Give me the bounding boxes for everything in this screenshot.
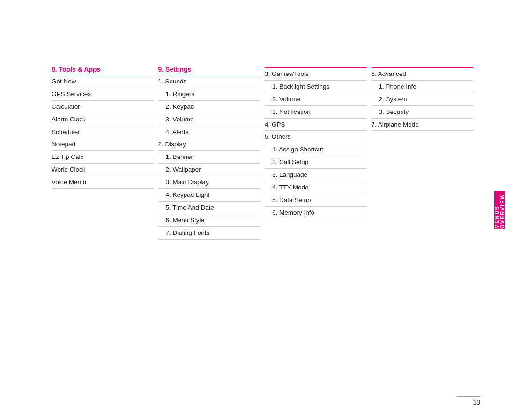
menu-item-games-others-3: 3. Notification (265, 106, 367, 119)
menu-item-settings-7: 2. Wallpaper (158, 164, 260, 176)
menu-item-tools-apps-1: GPS Services (52, 88, 154, 101)
menu-item-settings-2: 2. Keypad (158, 101, 260, 113)
menu-item-advanced-0: 6. Advanced (372, 68, 474, 81)
column-games-others: 3. Games/Tools1. Backlight Settings2. Vo… (265, 66, 372, 219)
menu-item-advanced-3: 3. Security (372, 106, 474, 119)
menu-item-settings-5: 2. Display (158, 138, 260, 151)
menu-item-settings-11: 6. Menu Style (158, 214, 260, 227)
menu-item-settings-3: 3. Volume (158, 113, 260, 126)
menu-item-advanced-4: 7. Airplane Mode (372, 119, 474, 131)
column-header-settings: 9. Settings (158, 66, 260, 75)
menu-item-settings-0: 1. Sounds (158, 75, 260, 88)
menu-item-games-others-8: 3. Language (265, 169, 367, 181)
menu-item-games-others-6: 1. Assign Shortcut (265, 143, 367, 156)
menu-item-advanced-2: 2. System (372, 93, 474, 106)
right-sidebar: MENUS OVERVIEW (493, 0, 506, 420)
menu-item-settings-10: 5. Time And Date (158, 202, 260, 214)
column-advanced: 6. Advanced1. Phone Info2. System3. Secu… (372, 66, 478, 131)
menu-item-tools-apps-3: Alarm Clock (52, 113, 154, 126)
menu-item-tools-apps-8: Voice Memo (52, 176, 154, 189)
column-tools-apps: 8. Tools & AppsGet NewGPS ServicesCalcul… (52, 66, 158, 189)
sidebar-label: MENUS OVERVIEW (494, 191, 505, 229)
menu-item-tools-apps-6: Ez Tip Calc (52, 151, 154, 164)
column-header-tools-apps: 8. Tools & Apps (52, 66, 154, 75)
menu-item-tools-apps-4: Scheduler (52, 126, 154, 139)
menu-item-tools-apps-2: Calculator (52, 101, 154, 113)
menu-item-games-others-4: 4. GPS (265, 119, 367, 131)
menu-item-games-others-7: 2. Call Setup (265, 156, 367, 169)
menu-item-games-others-5: 5. Others (265, 131, 367, 143)
column-settings: 9. Settings1. Sounds1. Ringers2. Keypad3… (158, 66, 265, 240)
menu-item-tools-apps-0: Get New (52, 75, 154, 88)
page-content: 8. Tools & AppsGet NewGPS ServicesCalcul… (52, 66, 478, 392)
menu-item-games-others-9: 4. TTY Mode (265, 181, 367, 194)
menu-item-settings-12: 7. Dialing Fonts (158, 227, 260, 240)
page-number: 13 (457, 398, 480, 406)
menu-item-games-others-10: 5. Data Setup (265, 194, 367, 207)
menu-item-advanced-1: 1. Phone Info (372, 81, 474, 93)
menu-item-settings-6: 1. Banner (158, 151, 260, 164)
menu-item-games-others-11: 6. Memory Info (265, 207, 367, 219)
menu-item-settings-1: 1. Ringers (158, 88, 260, 101)
page-number-line (457, 396, 480, 397)
menu-item-tools-apps-7: World Clock (52, 164, 154, 176)
menu-item-tools-apps-5: Notepad (52, 138, 154, 151)
menu-item-settings-8: 3. Main Display (158, 176, 260, 189)
menu-item-settings-4: 4. Alerts (158, 126, 260, 139)
menu-item-games-others-1: 1. Backlight Settings (265, 81, 367, 93)
menu-item-games-others-2: 2. Volume (265, 93, 367, 106)
menu-item-settings-9: 4. Keypad Light (158, 189, 260, 202)
menu-item-games-others-0: 3. Games/Tools (265, 68, 367, 81)
page-number-section: 13 (457, 396, 480, 406)
columns-wrapper: 8. Tools & AppsGet NewGPS ServicesCalcul… (52, 66, 478, 240)
sidebar-tab: MENUS OVERVIEW (494, 191, 505, 229)
